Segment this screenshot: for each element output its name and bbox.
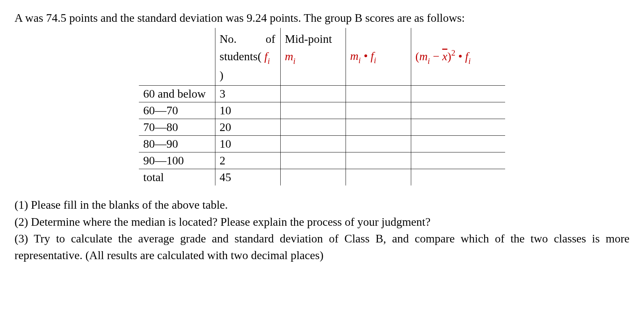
mifi-f-sub: i (374, 56, 376, 65)
sq-f-letter: f (465, 50, 468, 63)
sq-xbar: x (442, 50, 447, 63)
sq-open: ( (416, 50, 420, 63)
sq-m-letter: m (419, 50, 428, 63)
row-sqf (411, 102, 505, 119)
intro-text: A was 74.5 points and the standard devia… (15, 10, 629, 26)
row-sqf (411, 136, 505, 152)
midpoint-label: Mid-point (285, 32, 332, 45)
row-sqf (411, 119, 505, 136)
students-label-suffix: ) (220, 69, 224, 82)
row-mf (346, 86, 411, 102)
sq-dot: • (455, 50, 465, 63)
fi-letter: f (264, 50, 268, 63)
row-label: 60—70 (139, 102, 215, 119)
row-sqf (411, 169, 505, 186)
frequency-table: No. of students( fi ) Mid-point mi mi • (139, 28, 505, 185)
row-mid (280, 169, 346, 186)
mi-letter: m (285, 50, 293, 63)
mi-subscript: i (293, 57, 296, 66)
header-cell-blank (139, 28, 215, 86)
row-mid (280, 152, 346, 169)
header-cell-sqdevfi: (mi − x)2 • fi (411, 28, 505, 86)
table-row: 60 and below 3 (139, 86, 505, 102)
sq-f-sub: i (468, 57, 471, 66)
row-mid (280, 136, 346, 152)
row-mf (346, 102, 411, 119)
mifi-f-letter: f (371, 49, 374, 62)
table-row-total: total 45 (139, 169, 505, 186)
table-row: 90—100 2 (139, 152, 505, 169)
no-label: No. (220, 32, 237, 45)
mifi-m-sub: i (359, 56, 361, 65)
row-mid (280, 86, 346, 102)
row-mf (346, 119, 411, 136)
sq-m-sub: i (428, 57, 430, 66)
table-row: 80—90 10 (139, 136, 505, 152)
row-freq: 20 (215, 119, 280, 136)
sq-exp: 2 (451, 48, 455, 57)
row-freq: 10 (215, 136, 280, 152)
row-freq: 10 (215, 102, 280, 119)
row-mid (280, 102, 346, 119)
mifi-m-letter: m (350, 49, 359, 62)
row-freq: 45 (215, 169, 280, 186)
question-3: (3) Try to calculate the average grade a… (15, 230, 629, 264)
row-sqf (411, 152, 505, 169)
row-label: total (139, 169, 215, 186)
sq-minus: − (430, 50, 442, 63)
table-header-row: No. of students( fi ) Mid-point mi mi • (139, 28, 505, 86)
row-mf (346, 169, 411, 186)
header-cell-midpoint: Mid-point mi (280, 28, 346, 86)
header-cell-mifi: mi • fi (346, 28, 411, 86)
row-freq: 2 (215, 152, 280, 169)
of-label: of (266, 32, 276, 45)
sq-close: ) (447, 50, 451, 63)
row-mid (280, 119, 346, 136)
table-row: 70—80 20 (139, 119, 505, 136)
row-label: 70—80 (139, 119, 215, 136)
row-sqf (411, 86, 505, 102)
row-mf (346, 152, 411, 169)
fi-subscript: i (268, 57, 270, 66)
header-cell-frequency: No. of students( fi ) (215, 28, 280, 86)
table-row: 60—70 10 (139, 102, 505, 119)
row-mf (346, 136, 411, 152)
students-label-prefix: students( (220, 50, 262, 63)
question-block: (1) Please fill in the blanks of the abo… (15, 196, 629, 264)
row-label: 60 and below (139, 86, 215, 102)
row-label: 80—90 (139, 136, 215, 152)
question-2: (2) Determine where the median is locate… (15, 213, 629, 230)
row-freq: 3 (215, 86, 280, 102)
question-1: (1) Please fill in the blanks of the abo… (15, 196, 629, 213)
mifi-dot: • (361, 49, 371, 62)
row-label: 90—100 (139, 152, 215, 169)
